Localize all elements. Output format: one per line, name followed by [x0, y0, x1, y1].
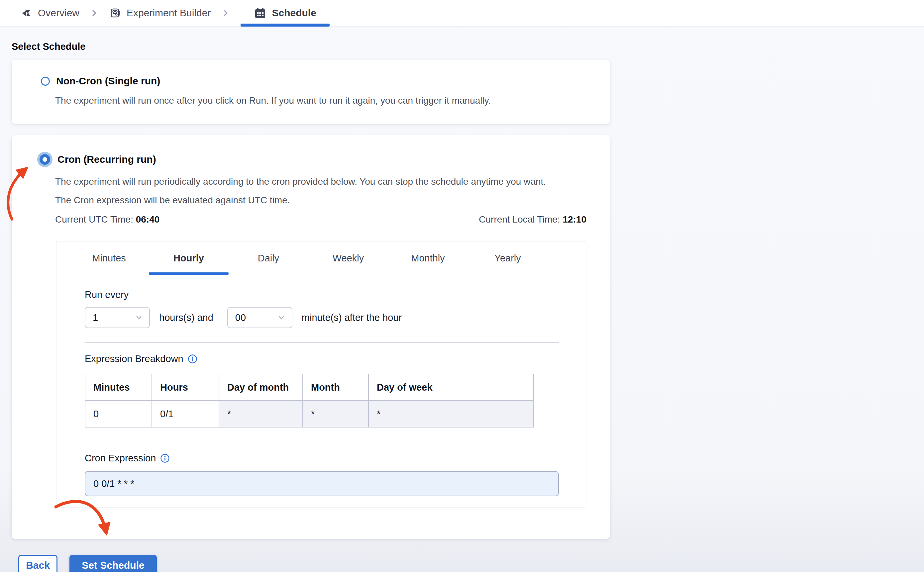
back-button[interactable]: Back — [18, 555, 58, 572]
cron-description-1: The experiment will run periodically acc… — [55, 176, 610, 187]
schedule-page: Select Schedule Non-Cron (Single run) Th… — [0, 26, 924, 572]
info-icon[interactable] — [188, 354, 198, 364]
tab-daily[interactable]: Daily — [229, 241, 308, 275]
expression-breakdown-label: Expression Breakdown — [85, 353, 184, 364]
hours-select[interactable]: 1 — [85, 307, 150, 328]
breadcrumb-item-overview[interactable]: Overview — [20, 0, 79, 26]
breadcrumb-item-schedule[interactable]: Schedule — [241, 0, 329, 26]
cron-frequency-tabs: Minutes Hourly Daily Weekly Monthly Year… — [56, 241, 586, 275]
set-schedule-button[interactable]: Set Schedule — [70, 555, 157, 572]
table-cell-month: * — [303, 401, 369, 427]
cron-description-2: The Cron expression will be evaluated ag… — [55, 195, 610, 206]
tab-minutes[interactable]: Minutes — [69, 241, 149, 275]
table-header-hours: Hours — [152, 374, 219, 401]
table-cell-day-of-month: * — [219, 401, 303, 427]
minutes-select-value: 00 — [235, 312, 246, 323]
breadcrumb-item-experiment-builder[interactable]: Experiment Builder — [109, 0, 211, 26]
current-local-time-value: 12:10 — [563, 214, 586, 225]
breadcrumb-label: Overview — [38, 7, 79, 19]
chevron-right-icon — [221, 0, 230, 26]
cron-option-card: Cron (Recurring run) The experiment will… — [12, 135, 610, 539]
tab-monthly[interactable]: Monthly — [388, 241, 468, 275]
table-header-day-of-week: Day of week — [369, 374, 534, 401]
tab-yearly[interactable]: Yearly — [468, 241, 548, 275]
cron-expression-input[interactable] — [85, 471, 559, 496]
calendar-icon — [254, 7, 266, 19]
non-cron-description: The experiment will run once after you c… — [55, 95, 590, 106]
minutes-select[interactable]: 00 — [227, 307, 292, 328]
table-header-minutes: Minutes — [85, 374, 152, 401]
non-cron-title: Non-Cron (Single run) — [56, 75, 160, 87]
tab-hourly[interactable]: Hourly — [149, 241, 229, 275]
current-local-time: Current Local Time: 12:10 — [479, 214, 586, 225]
table-cell-day-of-week: * — [369, 401, 534, 427]
cron-expression-header: Cron Expression — [85, 453, 557, 464]
active-tab-underline — [241, 23, 329, 26]
footer-actions: Back Set Schedule — [12, 555, 924, 572]
chevron-right-icon — [89, 0, 100, 26]
run-every-label: Run every — [85, 289, 557, 300]
table-header-day-of-month: Day of month — [219, 374, 303, 401]
info-icon[interactable] — [160, 454, 170, 463]
table-header-month: Month — [303, 374, 369, 401]
hours-select-value: 1 — [93, 312, 98, 323]
table-cell-hours: 0/1 — [152, 401, 219, 427]
table-row: 0 0/1 * * * — [85, 401, 534, 427]
breadcrumb-label: Experiment Builder — [127, 7, 211, 19]
current-utc-time: Current UTC Time: 06:40 — [55, 214, 159, 225]
run-every-controls: 1 hours(s) and 00 minute(s) after the ho… — [85, 307, 557, 328]
cron-scheduler-panel: Minutes Hourly Daily Weekly Monthly Year… — [56, 241, 586, 508]
breadcrumb-label: Schedule — [272, 7, 316, 19]
expression-breakdown-table: Minutes Hours Day of month Month Day of … — [85, 374, 534, 427]
page-title: Select Schedule — [12, 41, 924, 52]
hours-suffix-label: hours(s) and — [159, 312, 213, 323]
chaos-scenario-icon — [20, 7, 33, 19]
cron-radio[interactable] — [39, 154, 50, 165]
table-cell-minutes: 0 — [85, 401, 152, 427]
chevron-down-icon — [135, 313, 143, 322]
expression-breakdown-header: Expression Breakdown — [85, 353, 557, 364]
section-divider — [85, 342, 559, 343]
non-cron-radio[interactable] — [41, 77, 50, 86]
current-times-row: Current UTC Time: 06:40 Current Local Ti… — [55, 214, 586, 225]
experiment-builder-icon — [109, 7, 121, 19]
tab-weekly[interactable]: Weekly — [308, 241, 388, 275]
current-utc-time-value: 06:40 — [136, 214, 160, 225]
minutes-suffix-label: minute(s) after the hour — [302, 312, 402, 323]
breadcrumb: Overview Experiment Builder — [0, 0, 924, 26]
cron-title: Cron (Recurring run) — [58, 154, 156, 165]
chevron-down-icon — [277, 313, 286, 322]
non-cron-option-card: Non-Cron (Single run) The experiment wil… — [12, 60, 610, 124]
cron-expression-label: Cron Expression — [85, 453, 156, 464]
